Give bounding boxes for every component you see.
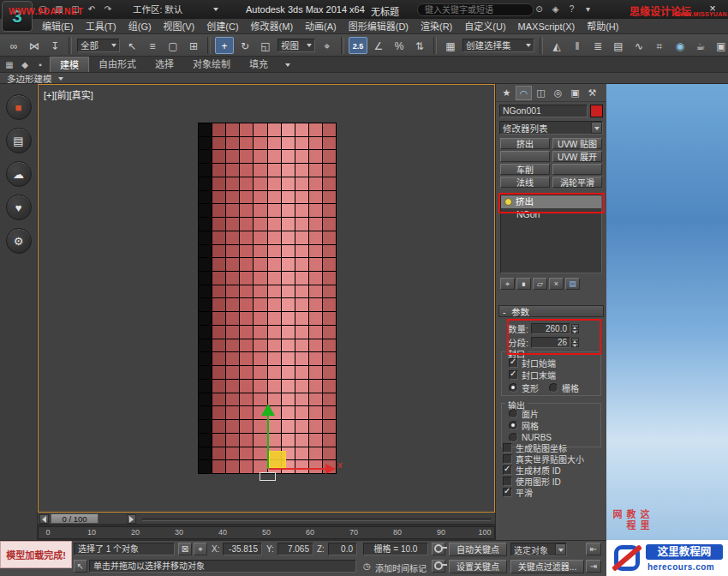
cap-end-checkbox[interactable] — [509, 370, 518, 380]
set-key-icon[interactable] — [432, 560, 445, 573]
render-setup-icon[interactable]: ☕ — [691, 37, 710, 54]
favorites-icon[interactable]: ♥ — [6, 195, 32, 220]
z-coordinate-field[interactable]: 0.0 — [328, 543, 357, 555]
menu-item[interactable]: 图形编辑器(D) — [343, 19, 415, 34]
cursor-mode-icon[interactable]: ↖ — [74, 560, 87, 573]
use-pivot-point-icon[interactable]: ⌖ — [318, 37, 337, 54]
settings-icon[interactable]: ⚙ — [6, 228, 32, 254]
menu-item[interactable]: 视图(V) — [158, 19, 201, 34]
menu-item[interactable]: 创建(C) — [200, 19, 244, 34]
add-time-tag-label[interactable]: 添加时间标记 — [375, 561, 427, 574]
morph-radio[interactable] — [509, 383, 518, 393]
generate-material-ids-checkbox[interactable] — [503, 465, 512, 475]
grid-radio[interactable] — [549, 383, 558, 393]
redo-icon[interactable]: ↷ — [101, 3, 115, 16]
viewport-label[interactable]: [+][前][真实] — [44, 87, 93, 101]
unlink-selection-icon[interactable]: ⋈ — [25, 37, 44, 54]
key-icon[interactable] — [432, 543, 445, 555]
next-frame-button[interactable] — [127, 514, 136, 524]
utilities-tab[interactable]: ⚒ — [584, 86, 600, 100]
select-and-scale-icon[interactable]: ◱ — [256, 37, 275, 54]
menu-item[interactable]: MAXScript(X) — [512, 19, 582, 34]
workspace-dropdown[interactable]: 工作区: 默认 — [128, 3, 223, 15]
auto-key-button[interactable]: 自动关键点 — [449, 543, 507, 556]
display-tab[interactable]: ▣ — [567, 86, 583, 100]
selection-lock-icon[interactable]: ⊠ — [178, 543, 192, 555]
viewcube-icon[interactable]: ■ — [6, 94, 32, 120]
show-end-result-icon[interactable]: ∎ — [516, 278, 531, 290]
modifier-set-button[interactable]: 涡轮平滑 — [552, 177, 602, 188]
track-bar[interactable]: 0102030405060708090100 — [38, 525, 495, 540]
document-icon[interactable]: ▤ — [6, 128, 32, 153]
selection-filter-dropdown[interactable]: 全部 — [77, 39, 120, 52]
curve-editor-icon[interactable]: ∿ — [630, 37, 648, 54]
named-selection-sets-dropdown[interactable]: 创建选择集 — [462, 39, 534, 52]
select-object-icon[interactable]: ↖ — [122, 37, 141, 54]
bind-to-space-warp-icon[interactable]: ↧ — [45, 37, 64, 54]
amount-spinner[interactable] — [571, 324, 579, 333]
spinner-snap-icon[interactable]: ⇅ — [410, 37, 429, 54]
infocenter-search-icon[interactable]: ⊙ — [533, 3, 546, 15]
gizmo-xy-plane-handle[interactable] — [269, 451, 286, 468]
modeling-ribbon-icon[interactable]: ▦ — [3, 60, 15, 69]
reference-coordinate-dropdown[interactable]: 视图 — [277, 39, 315, 52]
select-and-rotate-icon[interactable]: ↻ — [236, 37, 254, 54]
graphite-ribbon-icon[interactable]: ▤ — [609, 37, 628, 54]
key-filter-dropdown[interactable]: 选定对象 — [510, 543, 567, 556]
nav-start-icon[interactable]: ⇤ — [586, 543, 601, 555]
ribbon-tab[interactable]: 对象绘制 — [183, 57, 240, 72]
real-world-map-size-checkbox[interactable] — [503, 454, 512, 464]
select-by-name-icon[interactable]: ≡ — [143, 37, 162, 54]
y-coordinate-field[interactable]: 7.065 — [277, 543, 313, 555]
select-and-link-icon[interactable]: ∞ — [4, 37, 23, 54]
window-crossing-icon[interactable]: ⊞ — [184, 37, 203, 54]
visibility-bulb-icon[interactable] — [504, 198, 512, 206]
parameters-rollout-header[interactable]: - 参数 — [498, 305, 604, 317]
infocenter-search-input[interactable] — [417, 3, 534, 16]
modifier-set-button[interactable]: UVW 展开 — [552, 151, 602, 162]
pin-stack-icon[interactable]: ⌖ — [500, 278, 515, 290]
menu-item[interactable]: 编辑(E) — [36, 19, 80, 34]
object-color-swatch[interactable] — [590, 105, 603, 117]
select-and-move-icon[interactable]: + — [215, 37, 234, 54]
ribbon-more-icon[interactable] — [277, 57, 295, 72]
modifier-list-dropdown[interactable]: 修改器列表 — [499, 121, 603, 135]
object-name-field[interactable]: NGon001 — [499, 105, 588, 117]
snap-toggle-icon[interactable]: 2.5 — [349, 37, 367, 54]
angle-snap-icon[interactable]: ∠ — [369, 37, 388, 54]
menu-item[interactable]: 组(G) — [122, 19, 158, 34]
amount-field[interactable]: 260.0 — [531, 323, 570, 334]
percent-snap-icon[interactable]: % — [390, 37, 409, 54]
ribbon-tab[interactable]: 填充 — [240, 57, 277, 72]
remove-modifier-icon[interactable]: × — [549, 278, 564, 290]
gizmo-x-axis[interactable] — [269, 468, 325, 470]
rendered-frame-icon[interactable]: ▣ — [712, 37, 728, 54]
selection-region-icon[interactable]: ▢ — [164, 37, 182, 54]
nav-end-icon[interactable]: ⇥ — [586, 560, 601, 573]
motion-tab[interactable]: ◎ — [550, 86, 566, 100]
segments-spinner[interactable] — [571, 338, 579, 347]
smooth-checkbox[interactable] — [503, 488, 512, 497]
mirror-icon[interactable]: ◭ — [547, 37, 566, 54]
ribbon-tab[interactable]: 选择 — [146, 57, 183, 72]
schematic-view-icon[interactable]: ⌗ — [650, 37, 669, 54]
menu-item[interactable]: 动画(A) — [299, 19, 343, 34]
menu-item[interactable]: 工具(T) — [80, 19, 122, 34]
track-bar-ruler[interactable]: 0102030405060708090100 — [38, 526, 495, 539]
viewport-front[interactable]: [+][前][真实] x — [38, 84, 495, 513]
help-icon[interactable]: ? — [565, 3, 578, 15]
material-editor-icon[interactable]: ◉ — [671, 37, 689, 54]
freeform-ribbon-icon[interactable]: ◆ — [19, 60, 31, 69]
x-coordinate-field[interactable]: -35.815 — [223, 543, 262, 555]
modifier-set-button[interactable]: 法线 — [500, 177, 550, 188]
make-unique-icon[interactable]: ▱ — [533, 278, 547, 290]
time-slider-handle[interactable]: 0 / 100 — [51, 513, 98, 524]
nurbs-radio[interactable] — [509, 433, 518, 442]
infocenter-menu-icon[interactable]: ▾ — [582, 3, 594, 15]
ribbon-panel-bar[interactable]: 多边形建模 — [0, 73, 728, 84]
layer-manager-icon[interactable]: ≣ — [588, 37, 607, 54]
cap-start-checkbox[interactable] — [509, 358, 518, 368]
menu-item[interactable]: 修改器(M) — [245, 19, 300, 34]
ribbon-tab[interactable]: 建模 — [50, 57, 89, 72]
ribbon-tab[interactable]: 自由形式 — [89, 57, 146, 72]
